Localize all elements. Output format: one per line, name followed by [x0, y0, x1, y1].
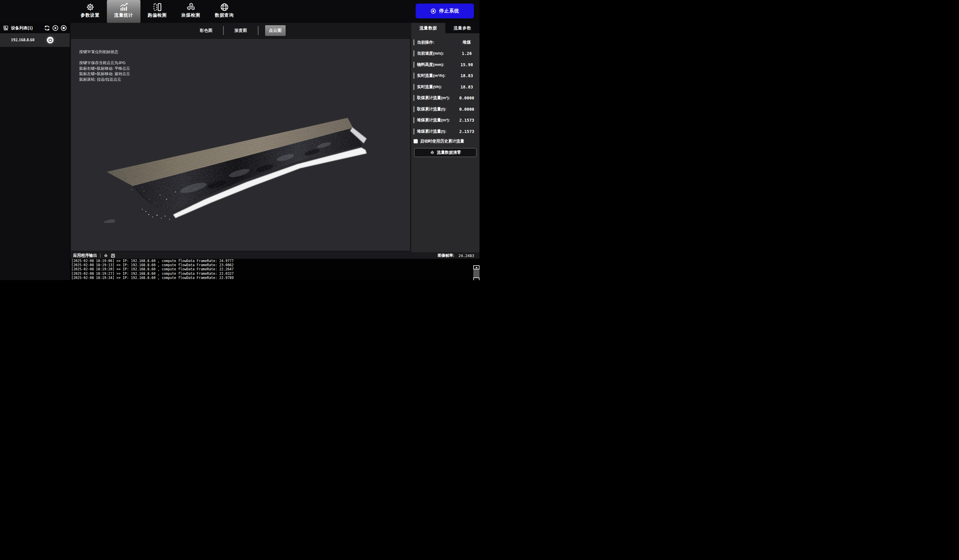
instruction-line: 按键'S'保存当前点云为JPG [79, 60, 130, 66]
row-label: 堆煤累计流量(m³): [417, 118, 454, 123]
point-cloud-render[interactable] [104, 110, 371, 223]
row-marker [413, 106, 414, 112]
row-value: 2.1573 [454, 129, 480, 134]
globe-icon [220, 2, 229, 12]
clear-log-brush-icon[interactable] [104, 253, 108, 258]
belt-deviation-icon [153, 2, 162, 12]
checkbox-label: 启动时使用历史累计流量 [420, 138, 464, 144]
view-tabs: 彩色图 深度图 点云图 [70, 25, 411, 36]
device-list-header: 设备列表(1) [0, 23, 70, 33]
clear-flow-data-button[interactable]: 流量数据清零 [414, 148, 476, 157]
nav-label: 跑偏检测 [148, 13, 167, 18]
nav-label: 块煤检测 [182, 13, 201, 18]
nav-item-flow-statistics[interactable]: 流量统计 [107, 0, 140, 23]
tab-color-image[interactable]: 彩色图 [196, 25, 217, 36]
device-list-icon [3, 25, 9, 31]
tab-separator [223, 26, 224, 35]
main-view-area: 彩色图 深度图 点云图 按键'R'复位到初始状态按键'S'保存当前点云为JPG鼠… [70, 23, 411, 252]
log-header: 应用程序输出 图像帧率: 24.2483 [70, 252, 480, 259]
instruction-line: 鼠标左键+鼠标移动: 旋转点云 [79, 71, 130, 77]
row-marker [413, 129, 414, 134]
top-toolbar: 参数设置 流量统计 [0, 0, 480, 23]
header-separator [100, 253, 100, 258]
flow-data-panel: 流量数据 流量参数 当前操作: 堆煤 当前速度(m/s): 1.26 [411, 23, 480, 252]
row-label: 当前速度(m/s): [417, 51, 454, 56]
instruction-line: 按键'R'复位到初始状态 [79, 49, 130, 55]
clear-button-label: 流量数据清零 [437, 150, 461, 155]
row-label: 当前操作: [417, 40, 454, 45]
save-log-icon[interactable] [111, 253, 115, 258]
use-history-checkbox-row[interactable]: 启动时使用历史累计流量 [414, 138, 480, 144]
start-all-button[interactable] [52, 25, 59, 31]
row-value: 堆煤 [454, 40, 480, 45]
log-line: [2025-02-08 18:19:13] >> IP: 192.168.8.6… [70, 263, 480, 267]
nav-item-parameter-settings[interactable]: 参数设置 [73, 0, 107, 23]
point-cloud-viewport[interactable]: 按键'R'复位到初始状态按键'S'保存当前点云为JPG鼠标右键+鼠标移动: 平移… [71, 39, 410, 250]
brush-icon [430, 150, 435, 155]
device-row[interactable]: 192.168.8.60 [0, 33, 70, 47]
log-output[interactable]: [2025-02-08 18:19:06] >> IP: 192.168.8.6… [70, 259, 480, 280]
gear-icon [86, 2, 95, 12]
row-marker [413, 73, 414, 79]
stop-all-button[interactable] [61, 25, 67, 31]
log-scrollbar[interactable] [473, 265, 480, 280]
row-label: 取煤累计流量(m³): [417, 95, 454, 100]
log-lines: [2025-02-08 18:19:06] >> IP: 192.168.8.6… [70, 259, 480, 280]
flow-data-row: 堆煤累计流量(t): 2.1573 [411, 126, 480, 137]
arrow-up-icon [475, 267, 478, 268]
log-line: [2025-02-08 18:19:27] >> IP: 192.168.8.6… [70, 272, 480, 276]
main-nav: 参数设置 流量统计 [73, 0, 241, 23]
log-line: [2025-02-08 18:19:34] >> IP: 192.168.8.6… [70, 276, 480, 280]
nav-label: 数据查询 [215, 13, 234, 18]
checkbox-icon[interactable] [414, 139, 418, 143]
row-marker [413, 84, 414, 90]
row-value: 15.98 [454, 62, 480, 67]
nav-label: 流量统计 [114, 13, 133, 18]
stop-system-button[interactable]: 停止系统 [416, 3, 474, 18]
row-label: 实时流量(t/h): [417, 84, 454, 90]
flow-data-row: 物料高度(mm): 15.98 [411, 59, 480, 70]
flow-data-row: 取煤累计流量(t): 0.0000 [411, 103, 480, 115]
flow-data-rows: 当前操作: 堆煤 当前速度(m/s): 1.26 物料高度(mm): 15.98 [411, 37, 480, 137]
row-value: 0.0000 [454, 95, 480, 100]
flow-data-row: 堆煤累计流量(m³): 2.1573 [411, 115, 480, 126]
tab-point-cloud[interactable]: 点云图 [265, 25, 286, 36]
flow-data-row: 取煤累计流量(m³): 0.0000 [411, 92, 480, 104]
row-label: 物料高度(mm): [417, 62, 454, 67]
viewport-instructions: 按键'R'复位到初始状态按键'S'保存当前点云为JPG鼠标右键+鼠标移动: 平移… [79, 49, 130, 82]
log-line: [2025-02-08 18:19:20] >> IP: 192.168.8.6… [70, 267, 480, 271]
row-value: 18.83 [454, 73, 480, 78]
frame-rate-label: 图像帧率: [438, 253, 454, 258]
tab-flow-parameters[interactable]: 流量参数 [445, 23, 480, 33]
row-marker [413, 62, 414, 68]
scroll-up-button[interactable] [473, 265, 480, 269]
nav-item-coal-detection[interactable]: 块煤检测 [174, 0, 207, 23]
tab-flow-data[interactable]: 流量数据 [411, 23, 445, 33]
row-value: 18.83 [454, 84, 480, 89]
device-list-title: 设备列表(1) [11, 25, 42, 31]
device-sidebar: 设备列表(1) 192.168.8.60 [0, 23, 70, 280]
row-value: 1.26 [454, 51, 480, 56]
application-output-panel: 应用程序输出 图像帧率: 24.2483 [2025-02-08 [70, 252, 480, 280]
nav-item-data-query[interactable]: 数据查询 [207, 0, 241, 23]
instruction-line [79, 55, 130, 60]
row-marker [413, 51, 414, 56]
row-value: 0.0000 [454, 107, 480, 111]
flow-data-row: 实时流量(t/h): 18.83 [411, 81, 480, 92]
nav-item-deviation-detection[interactable]: 跑偏检测 [140, 0, 174, 23]
scrollbar-thumb[interactable] [473, 277, 480, 280]
scrollbar-track[interactable] [473, 269, 480, 277]
log-title: 应用程序输出 [73, 253, 97, 258]
app-window: 参数设置 流量统计 [0, 0, 480, 280]
refresh-devices-button[interactable] [44, 25, 50, 31]
flow-data-row: 当前速度(m/s): 1.26 [411, 48, 480, 59]
flow-data-row: 实时流量(m³/h): 18.83 [411, 70, 480, 82]
instruction-line: 鼠标滚轮: 拉远/拉近点云 [79, 77, 130, 83]
row-label: 取煤累计流量(t): [417, 107, 454, 112]
row-marker [413, 117, 414, 123]
frame-rate-value: 24.2483 [459, 253, 474, 258]
tab-depth-image[interactable]: 深度图 [230, 25, 251, 36]
nav-label: 参数设置 [81, 13, 100, 18]
power-icon[interactable] [47, 37, 53, 43]
log-line: [2025-02-08 18:19:06] >> IP: 192.168.8.6… [70, 259, 480, 263]
